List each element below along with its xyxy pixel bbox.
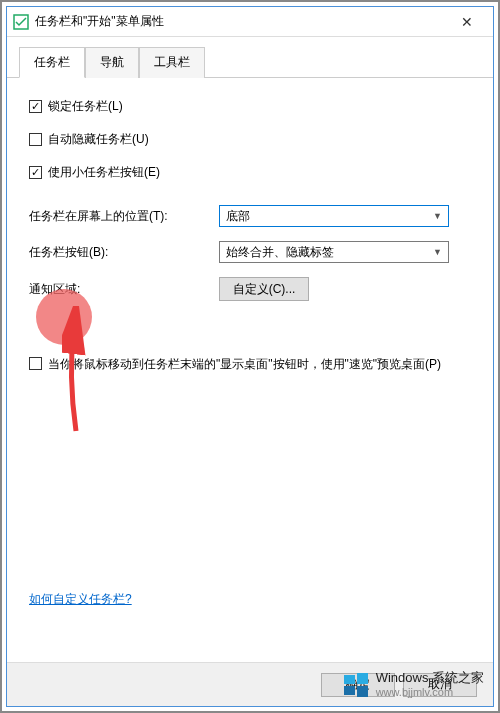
autohide-row: 自动隐藏任务栏(U): [29, 131, 471, 148]
svg-rect-3: [344, 686, 355, 695]
lock-taskbar-row: 锁定任务栏(L): [29, 98, 471, 115]
windows-logo-icon: [342, 671, 370, 699]
chevron-down-icon: ▼: [433, 247, 442, 257]
titlebar: 任务栏和"开始"菜单属性 ✕: [7, 7, 493, 37]
watermark-line2: www.bjjmlv.com: [376, 686, 484, 699]
peek-label: 当你将鼠标移动到任务栏末端的"显示桌面"按钮时，使用"速览"预览桌面(P): [48, 355, 441, 373]
tab-taskbar[interactable]: 任务栏: [19, 47, 85, 78]
lock-taskbar-label: 锁定任务栏(L): [48, 98, 123, 115]
tab-toolbars[interactable]: 工具栏: [139, 47, 205, 78]
position-row: 任务栏在屏幕上的位置(T): 底部 ▼: [29, 205, 471, 227]
buttons-value: 始终合并、隐藏标签: [226, 244, 334, 261]
peek-checkbox[interactable]: [29, 357, 42, 370]
lock-taskbar-checkbox[interactable]: [29, 100, 42, 113]
buttons-label: 任务栏按钮(B):: [29, 244, 219, 261]
peek-row: 当你将鼠标移动到任务栏末端的"显示桌面"按钮时，使用"速览"预览桌面(P): [29, 355, 471, 373]
help-link-row: 如何自定义任务栏?: [29, 591, 132, 608]
notify-row: 通知区域: 自定义(C)...: [29, 277, 471, 301]
small-buttons-checkbox[interactable]: [29, 166, 42, 179]
svg-rect-4: [357, 686, 368, 697]
chevron-down-icon: ▼: [433, 211, 442, 221]
position-value: 底部: [226, 208, 250, 225]
close-button[interactable]: ✕: [447, 8, 487, 36]
buttons-select[interactable]: 始终合并、隐藏标签 ▼: [219, 241, 449, 263]
customize-button[interactable]: 自定义(C)...: [219, 277, 309, 301]
autohide-label: 自动隐藏任务栏(U): [48, 131, 149, 148]
dialog-window: 任务栏和"开始"菜单属性 ✕ 任务栏 导航 工具栏 锁定任务栏(L) 自动隐藏任…: [6, 6, 494, 707]
window-icon: [13, 14, 29, 30]
tab-strip: 任务栏 导航 工具栏: [7, 37, 493, 78]
close-icon: ✕: [461, 14, 473, 30]
small-buttons-label: 使用小任务栏按钮(E): [48, 164, 160, 181]
svg-rect-2: [357, 673, 368, 684]
autohide-checkbox[interactable]: [29, 133, 42, 146]
window-title: 任务栏和"开始"菜单属性: [35, 13, 447, 30]
position-select[interactable]: 底部 ▼: [219, 205, 449, 227]
tab-navigation[interactable]: 导航: [85, 47, 139, 78]
watermark-line1: Windows 系统之家: [376, 671, 484, 686]
notify-label: 通知区域:: [29, 281, 219, 298]
watermark: Windows 系统之家 www.bjjmlv.com: [342, 671, 484, 699]
small-buttons-row: 使用小任务栏按钮(E): [29, 164, 471, 181]
help-link[interactable]: 如何自定义任务栏?: [29, 592, 132, 606]
buttons-row: 任务栏按钮(B): 始终合并、隐藏标签 ▼: [29, 241, 471, 263]
svg-rect-1: [344, 675, 355, 684]
tab-content: 锁定任务栏(L) 自动隐藏任务栏(U) 使用小任务栏按钮(E) 任务栏在屏幕上的…: [7, 78, 493, 662]
position-label: 任务栏在屏幕上的位置(T):: [29, 208, 219, 225]
